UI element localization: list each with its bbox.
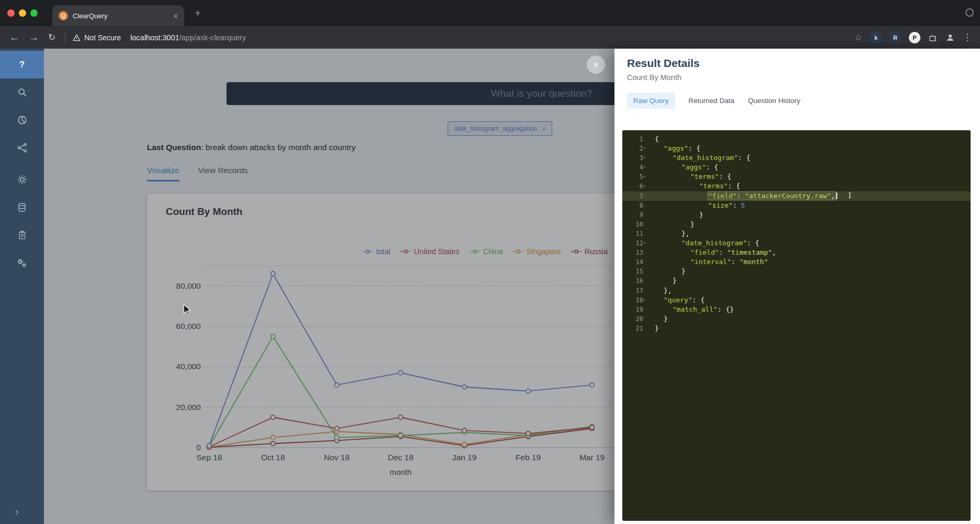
browser-tab-clearquery[interactable]: Q ClearQuery × xyxy=(52,5,184,26)
sidebar-item-help[interactable]: ? xyxy=(0,51,44,78)
code-line-3[interactable]: 3▾"date_histogram": { xyxy=(622,153,971,163)
fold-chevron-icon[interactable]: ▾ xyxy=(643,181,648,191)
sidebar-item-pie-chart[interactable] xyxy=(0,106,44,134)
back-icon[interactable]: ← xyxy=(9,32,19,43)
help-icon: ? xyxy=(19,60,25,70)
line-number: 5▾ xyxy=(622,172,649,181)
browser-urlbar: ← → ↻ Not Secure localhost:3001/app/ask-… xyxy=(0,26,980,49)
window-close-button[interactable] xyxy=(7,9,15,17)
drawer-close-button[interactable]: × xyxy=(587,55,605,74)
sidebar-collapse-chevron-icon[interactable] xyxy=(13,508,21,519)
security-label: Not Secure xyxy=(84,33,121,42)
code-line-10[interactable]: 10} xyxy=(622,220,971,229)
sidebar-item-gear[interactable] xyxy=(0,166,44,193)
code-line-4[interactable]: 4▾"aggs": { xyxy=(622,163,971,172)
line-number: 12▾ xyxy=(622,238,649,248)
line-number: 3▾ xyxy=(622,153,649,163)
code-line-16[interactable]: 16} xyxy=(622,276,971,286)
line-number: 20 xyxy=(622,314,649,324)
fold-chevron-icon[interactable]: ▾ xyxy=(643,163,648,172)
code-line-12[interactable]: 12▾"date_histogram": { xyxy=(622,238,971,248)
security-status[interactable]: Not Secure xyxy=(73,33,121,42)
line-number: 2▾ xyxy=(622,144,649,153)
line-number: 6▾ xyxy=(622,181,649,191)
forward-icon[interactable]: → xyxy=(29,32,39,43)
gear-icon xyxy=(17,174,28,185)
text-cursor-ibeam-icon: I xyxy=(848,191,851,200)
sidebar-item-search[interactable] xyxy=(0,78,44,106)
code-line-17[interactable]: 17}, xyxy=(622,286,971,295)
code-line-2[interactable]: 2▾"aggs": { xyxy=(622,144,971,153)
raw-query-editor[interactable]: 1{2▾"aggs": {3▾"date_histogram": {4▾"agg… xyxy=(622,130,971,521)
fold-chevron-icon[interactable]: ▾ xyxy=(643,238,648,248)
address-text[interactable]: localhost:3001/app/ask-clearquery xyxy=(130,33,246,42)
clipboard-icon xyxy=(17,230,27,241)
services-icon xyxy=(16,257,28,269)
code-line-15[interactable]: 15} xyxy=(622,267,971,276)
clearquery-favicon: Q xyxy=(59,11,68,20)
url-host: localhost:3001 xyxy=(130,33,179,42)
graph-icon xyxy=(17,142,28,153)
code-line-6[interactable]: 6▾"terms": { xyxy=(622,181,971,191)
fold-chevron-icon[interactable]: ▾ xyxy=(643,172,648,181)
line-number: 15 xyxy=(622,267,649,276)
backdrop-overlay[interactable] xyxy=(44,49,614,524)
code-line-7[interactable]: 7"field": "attackerCountry.raw", xyxy=(622,191,971,201)
new-tab-button[interactable]: + xyxy=(195,7,201,19)
code-line-5[interactable]: 5▾"terms": { xyxy=(622,172,971,181)
line-number: 17 xyxy=(622,286,649,295)
bookmark-star-icon[interactable]: ☆ xyxy=(854,32,862,43)
window-minimize-button[interactable] xyxy=(19,9,26,17)
line-number: 9 xyxy=(622,210,649,220)
reload-icon[interactable]: ↻ xyxy=(48,32,55,43)
pie-chart-icon xyxy=(17,115,28,126)
database-icon xyxy=(17,202,27,213)
extensions-puzzle-icon[interactable] xyxy=(928,33,938,42)
code-line-11[interactable]: 11}, xyxy=(622,229,971,238)
line-number: 19 xyxy=(622,305,649,314)
code-line-20[interactable]: 20} xyxy=(622,314,971,324)
sidebar-item-clipboard[interactable] xyxy=(0,221,44,249)
panel-title: Result Details xyxy=(627,57,700,70)
line-number: 14 xyxy=(622,257,649,267)
tab-title: ClearQuery xyxy=(73,12,107,20)
sidebar-item-services[interactable] xyxy=(0,249,44,277)
code-line-18[interactable]: 18▾"query": { xyxy=(622,295,971,305)
sidebar-item-graph[interactable] xyxy=(0,134,44,162)
urlbar-divider xyxy=(65,32,65,43)
code-line-19[interactable]: 19"match_all": {} xyxy=(622,305,971,314)
panel-subtitle: Count By Month xyxy=(627,73,681,82)
browser-menu-icon[interactable]: ⋮ xyxy=(963,32,972,43)
line-number: 10 xyxy=(622,220,649,229)
code-line-13[interactable]: 13"field": "timestamp", xyxy=(622,248,971,257)
fold-chevron-icon[interactable]: ▾ xyxy=(643,295,648,305)
extension-badge-2[interactable]: R xyxy=(890,32,901,43)
code-line-8[interactable]: 8"size": 5 xyxy=(622,201,971,210)
window-zoom-button[interactable] xyxy=(30,9,38,17)
line-number: 4▾ xyxy=(622,163,649,172)
line-number: 21 xyxy=(622,324,649,333)
profile-icon[interactable] xyxy=(945,33,955,42)
fold-chevron-icon[interactable]: ▾ xyxy=(643,144,648,153)
tab-raw-query[interactable]: Raw Query xyxy=(627,93,675,109)
line-number: 7 xyxy=(622,191,649,201)
tab-question-history[interactable]: Question History xyxy=(748,93,800,109)
code-line-1[interactable]: 1{ xyxy=(622,134,971,144)
line-number: 13 xyxy=(622,248,649,257)
code-line-9[interactable]: 9} xyxy=(622,210,971,220)
text-caret xyxy=(836,192,837,199)
code-line-21[interactable]: 21} xyxy=(622,324,971,333)
sidebar-item-database[interactable] xyxy=(0,193,44,221)
tab-returned-data[interactable]: Returned Data xyxy=(689,93,735,109)
code-line-14[interactable]: 14"interval": "month" xyxy=(622,257,971,267)
line-number: 18▾ xyxy=(622,295,649,305)
warning-triangle-icon xyxy=(73,34,81,41)
result-details-panel: Result Details Count By Month Raw QueryR… xyxy=(614,49,980,524)
fold-chevron-icon[interactable]: ▾ xyxy=(643,153,648,163)
browser-window: Q ClearQuery × + ← → ↻ Not Secure localh… xyxy=(0,0,980,524)
extension-badge-1[interactable]: k xyxy=(870,32,882,43)
extension-badge-p[interactable]: P xyxy=(909,32,920,43)
tab-close-icon[interactable]: × xyxy=(173,12,178,20)
line-number: 1 xyxy=(622,134,649,144)
tab-overview-icon[interactable] xyxy=(965,8,974,17)
